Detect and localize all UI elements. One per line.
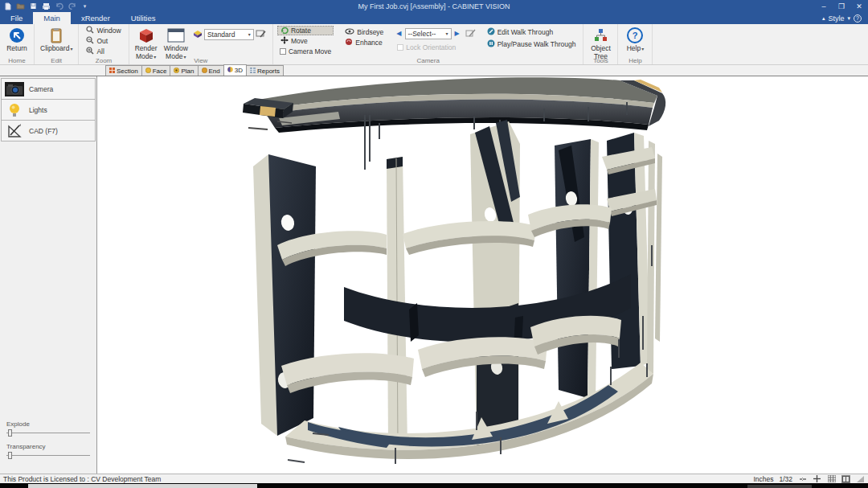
move-button[interactable]: Move: [277, 36, 334, 46]
sidebar-item-cad[interactable]: CAD (F7): [1, 120, 96, 141]
edit-walkthrough-button[interactable]: Edit Walk Through: [484, 27, 579, 37]
explode-slider-block: Explode: [6, 420, 90, 433]
light-bulb-icon: [5, 102, 24, 118]
units-indicator[interactable]: Inches: [753, 475, 773, 483]
zoom-window-button[interactable]: Window: [83, 26, 124, 35]
3d-viewport[interactable]: [96, 76, 868, 474]
3d-tab-icon: [227, 67, 233, 74]
close-button[interactable]: ✕: [850, 0, 868, 12]
sidebar: Camera Lights CAD (F7) Explode: [0, 76, 96, 474]
window-mode-icon: [167, 27, 185, 44]
maximize-button[interactable]: ❐: [833, 0, 850, 12]
camera-select[interactable]: --Select-- ▾: [405, 28, 452, 39]
play-pause-walkthrough-button[interactable]: Play/Pause Walk Through: [484, 39, 579, 49]
panes-icon[interactable]: [841, 475, 850, 483]
new-document-icon[interactable]: [3, 2, 12, 10]
ribbon-group-help: ? Help Help: [618, 24, 653, 64]
zoom-out-button[interactable]: Out: [83, 36, 124, 46]
resize-grip-icon[interactable]: [856, 475, 865, 483]
view-style-icon: [193, 27, 203, 42]
redo-icon[interactable]: [68, 2, 76, 10]
rotate-button[interactable]: Rotate: [277, 26, 334, 35]
return-button[interactable]: Return: [4, 26, 30, 53]
tab-xrender[interactable]: xRender: [71, 12, 121, 24]
collapse-ribbon-icon[interactable]: ▴: [822, 15, 825, 22]
ribbon-group-camera: Rotate Move Camera Move Birdseye: [273, 24, 584, 64]
lock-orientation-checkbox-box: [397, 44, 403, 51]
view-tab-reports[interactable]: Reports: [246, 65, 284, 76]
object-tree-button[interactable]: Object Tree: [588, 26, 613, 61]
ribbon-group-zoom: Window Out All Zoom: [79, 24, 129, 64]
clipboard-button[interactable]: Clipboard: [39, 26, 74, 54]
play-pause-walkthrough-icon: [487, 39, 495, 49]
undo-icon[interactable]: [55, 2, 63, 10]
transparency-slider[interactable]: [6, 455, 90, 456]
explode-slider[interactable]: [6, 433, 90, 433]
return-icon: [9, 27, 25, 44]
zoom-window-icon: [86, 26, 94, 35]
view-tab-3d[interactable]: 3D: [223, 64, 247, 76]
style-dropdown-icon[interactable]: ▾: [847, 15, 850, 22]
face-tab-icon: [145, 68, 151, 75]
titlebar: ▾ My First Job.cvj [Assembly] - CABINET …: [0, 0, 868, 12]
move-icon: [280, 36, 289, 46]
qat-customize-icon[interactable]: ▾: [80, 2, 89, 10]
edit-camera-icon[interactable]: [465, 27, 476, 41]
quick-access-toolbar: ▾: [0, 2, 89, 10]
precision-indicator[interactable]: 1/32: [779, 475, 792, 483]
minimize-button[interactable]: –: [815, 0, 833, 12]
explode-slider-thumb[interactable]: [8, 429, 12, 437]
camera-next-icon[interactable]: ▶: [453, 30, 461, 37]
camera-prev-icon[interactable]: ◀: [395, 30, 403, 37]
reports-tab-icon: [250, 68, 256, 75]
view-style-select[interactable]: Standard ▾: [204, 29, 254, 40]
bottom-edge-strip: [0, 483, 868, 488]
view-tab-face[interactable]: Face: [141, 65, 171, 76]
object-tree-icon: [593, 27, 608, 44]
transparency-slider-label: Transparency: [6, 443, 90, 450]
snap-icon[interactable]: [798, 475, 807, 483]
camera-move-checkbox[interactable]: Camera Move: [277, 47, 334, 56]
save-icon[interactable]: [29, 2, 38, 10]
print-icon[interactable]: [42, 2, 51, 10]
help-button-icon: ?: [627, 27, 643, 44]
bottom-strip-segment: [28, 484, 257, 488]
enhance-button[interactable]: Enhance: [342, 38, 387, 47]
zoom-all-button[interactable]: All: [83, 47, 124, 56]
edit-view-style-icon[interactable]: [256, 27, 266, 42]
transparency-slider-thumb[interactable]: [8, 452, 12, 459]
help-icon[interactable]: ?: [854, 14, 862, 23]
tab-file[interactable]: File: [0, 12, 33, 24]
view-tab-section[interactable]: Section: [105, 65, 142, 76]
sidebar-item-lights[interactable]: Lights: [1, 99, 96, 121]
license-text: This Product is Licensed to : CV Develop…: [3, 475, 161, 483]
sidebar-item-camera[interactable]: Camera: [1, 78, 96, 100]
workspace: Camera Lights CAD (F7) Explode: [0, 76, 868, 474]
end-tab-icon: [202, 68, 207, 75]
style-button-label[interactable]: Style: [828, 14, 844, 23]
render-mode-icon: [138, 27, 154, 44]
camera-icon: [5, 81, 24, 97]
cabinet-vision-window: ▾ My First Job.cvj [Assembly] - CABINET …: [0, 0, 868, 488]
crosshair-icon[interactable]: [813, 475, 821, 483]
grid-icon[interactable]: [827, 475, 836, 483]
help-button[interactable]: ? Help: [622, 26, 648, 54]
explode-slider-label: Explode: [6, 420, 90, 428]
tab-utilities[interactable]: Utilities: [121, 12, 166, 24]
exploded-assembly-render: [97, 76, 868, 474]
lock-orientation-checkbox[interactable]: Lock Orientation: [395, 43, 475, 52]
enhance-icon: [345, 38, 353, 47]
statusbar: This Product is Licensed to : CV Develop…: [0, 474, 868, 483]
tab-main[interactable]: Main: [33, 12, 71, 24]
view-tab-plan[interactable]: Plan: [170, 65, 198, 76]
ribbon-group-tools: Object Tree Tools: [583, 24, 618, 64]
ribbon-tab-row: File Main xRender Utilities ▴ Style ▾ ?: [0, 12, 868, 24]
plan-tab-icon: [174, 68, 179, 75]
view-tab-end[interactable]: End: [198, 65, 224, 76]
cad-setsquare-icon: [5, 123, 24, 139]
birdseye-button[interactable]: Birdseye: [342, 27, 387, 37]
window-title: My First Job.cvj [Assembly] - CABINET VI…: [0, 2, 868, 10]
open-folder-icon[interactable]: [16, 2, 25, 10]
ribbon: Return Home Clipboard Edit Window: [0, 24, 868, 65]
view-tab-strip: Section Face Plan End 3D Reports: [0, 65, 868, 76]
